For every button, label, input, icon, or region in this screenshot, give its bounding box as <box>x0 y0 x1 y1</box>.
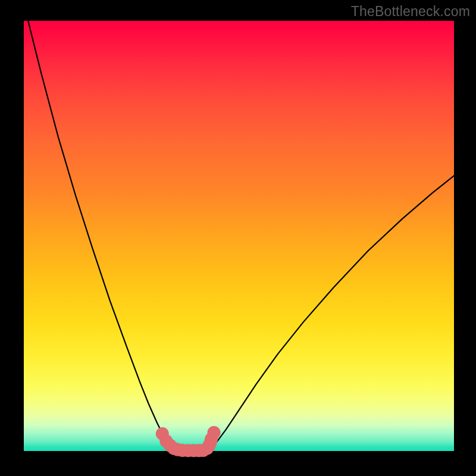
marker-dot <box>208 426 221 439</box>
curve-right-curve <box>206 176 454 450</box>
chart-frame: TheBottleneck.com <box>0 0 476 476</box>
series-container <box>28 21 454 457</box>
chart-svg <box>24 21 454 451</box>
watermark-label: TheBottleneck.com <box>351 4 470 20</box>
curve-left-curve <box>28 21 176 450</box>
